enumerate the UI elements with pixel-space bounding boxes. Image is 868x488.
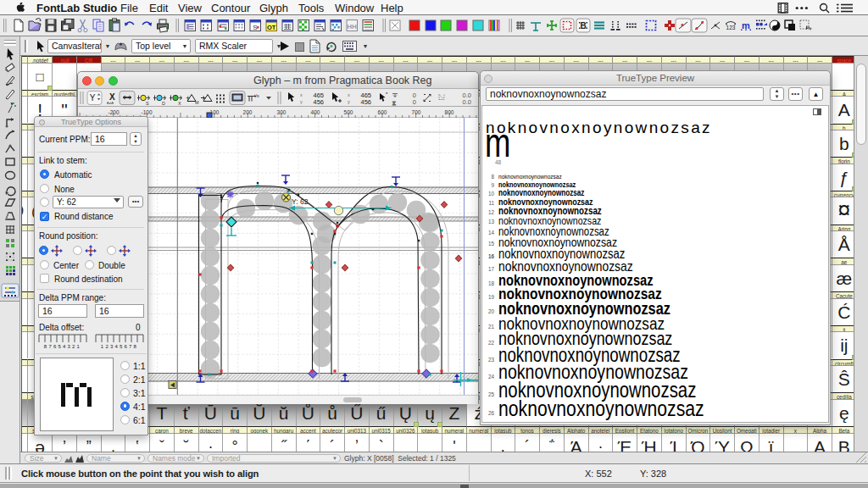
svg-text:t/s: t/s	[254, 93, 259, 98]
svg-text:HH: HH	[347, 23, 357, 30]
svg-text:123: 123	[726, 25, 736, 30]
svg-text:-200: -200	[108, 109, 119, 115]
svg-text:456: 456	[313, 98, 324, 106]
svg-text:500: 500	[344, 109, 353, 115]
svg-text:S: S	[253, 24, 257, 31]
svg-text:456: 456	[360, 98, 371, 106]
svg-text:300: 300	[277, 109, 287, 115]
svg-text:Y: 62: Y: 62	[292, 197, 309, 206]
svg-text:400: 400	[311, 109, 320, 115]
svg-text:m: m	[742, 20, 750, 30]
svg-text:200: 200	[243, 109, 253, 115]
svg-text:700: 700	[412, 109, 421, 115]
svg-text:0: 0	[413, 98, 416, 106]
svg-text:X: X	[109, 92, 115, 102]
svg-text:B: B	[580, 21, 586, 30]
svg-text:600: 600	[378, 109, 387, 115]
svg-text:-100: -100	[141, 109, 152, 115]
svg-text:x: x	[348, 92, 350, 97]
svg-text:X: X	[178, 101, 181, 106]
svg-text:x: x	[300, 92, 303, 97]
svg-text:800: 800	[445, 109, 454, 115]
svg-text:y: y	[348, 99, 350, 104]
svg-text:*: *	[386, 92, 388, 97]
svg-text:OT: OT	[267, 24, 276, 31]
svg-text:y: y	[300, 99, 303, 104]
svg-text:Y: Y	[90, 93, 96, 103]
svg-text:D: D	[162, 101, 165, 106]
svg-text:M: M	[195, 100, 199, 105]
svg-text:S: S	[146, 101, 149, 106]
svg-text:0.0: 0.0	[463, 98, 471, 106]
svg-text:Σ: Σ	[392, 101, 396, 106]
